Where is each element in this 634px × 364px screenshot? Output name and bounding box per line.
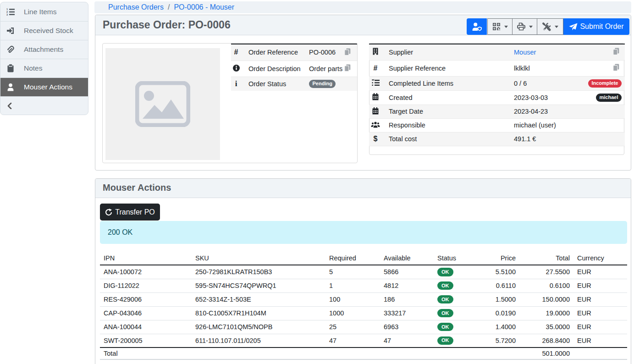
svg-text:3: 3	[6, 13, 8, 16]
